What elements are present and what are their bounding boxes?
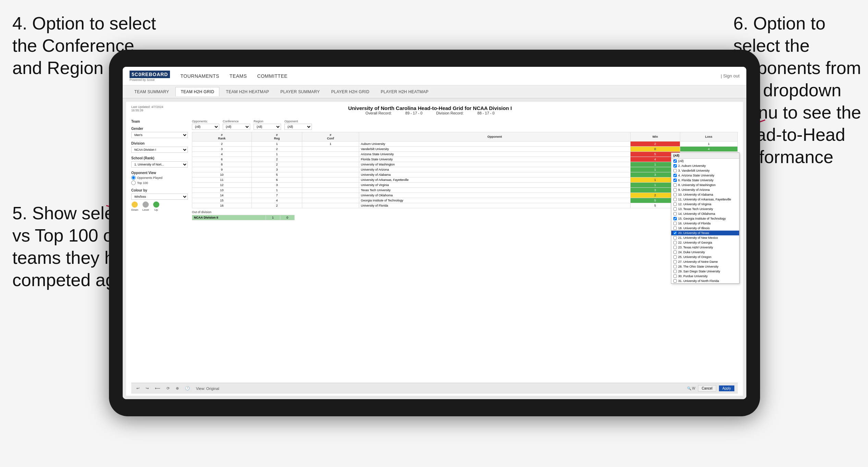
back-btn[interactable]: ⟵ bbox=[153, 385, 162, 391]
colour-by-section: Colour by Win/loss Down bbox=[131, 188, 188, 211]
table-row: 9 3 University of Arizona 1 0 bbox=[192, 167, 738, 172]
division-record: 88 - 17 - 0 bbox=[477, 111, 494, 115]
cell-conf bbox=[302, 193, 359, 198]
nav-signout[interactable]: | Sign out bbox=[721, 73, 739, 78]
radio-top100[interactable]: Top 100 bbox=[131, 181, 188, 185]
cell-rank: 3 bbox=[192, 147, 252, 152]
conference-filter-select[interactable]: (All) bbox=[223, 124, 250, 130]
sub-nav: TEAM SUMMARY TEAM H2H GRID TEAM H2H HEAT… bbox=[123, 85, 746, 98]
table-row: 13 1 Texas Tech University 3 0 bbox=[192, 188, 738, 193]
cell-win: 0 bbox=[631, 147, 680, 152]
dropdown-item[interactable]: 29. San Diego State University bbox=[671, 269, 739, 274]
dropdown-item[interactable]: 16. University of Florida bbox=[671, 221, 739, 226]
dropdown-item[interactable]: 8. University of Washington bbox=[671, 183, 739, 187]
table-row: 10 5 University of Alabama 3 0 bbox=[192, 172, 738, 177]
gender-select[interactable]: Men's bbox=[131, 132, 188, 138]
dropdown-item[interactable]: 20. University of Texas bbox=[671, 231, 739, 235]
overall-record: 89 - 17 - 0 bbox=[405, 111, 423, 115]
opponents-filter-select[interactable]: (All) bbox=[192, 124, 219, 130]
school-label: School (Rank) bbox=[131, 156, 188, 160]
cell-name: Arizona State University bbox=[359, 152, 630, 157]
dropdown-item[interactable]: 13. Texas Tech University bbox=[671, 207, 739, 211]
view-original[interactable]: View: Original bbox=[194, 386, 221, 391]
colour-by-select[interactable]: Win/loss bbox=[131, 194, 188, 200]
cancel-button[interactable]: Cancel bbox=[698, 385, 716, 392]
dot-level-circle bbox=[143, 201, 149, 208]
cell-reg: 2 bbox=[252, 162, 302, 167]
school-select[interactable]: 1. University of Nort... bbox=[131, 161, 188, 168]
tab-player-h2h-heatmap[interactable]: PLAYER H2H HEATMAP bbox=[376, 87, 433, 96]
cell-reg: 2 bbox=[252, 203, 302, 208]
tab-team-summary[interactable]: TEAM SUMMARY bbox=[130, 87, 174, 96]
dropdown-item[interactable]: 23. Texas A&M University bbox=[671, 245, 739, 250]
nav-teams[interactable]: TEAMS bbox=[230, 72, 247, 81]
dropdown-item[interactable]: 22. University of Georgia bbox=[671, 240, 739, 245]
dropdown-item[interactable]: 27. University of Notre Dame bbox=[671, 259, 739, 264]
dropdown-item[interactable]: 31. University of North Florida bbox=[671, 279, 739, 283]
dropdown-item[interactable]: 12. University of Virginia bbox=[671, 202, 739, 207]
dropdown-item[interactable]: 25. University of Oregon bbox=[671, 255, 739, 259]
division-select[interactable]: NCAA Division I bbox=[131, 147, 188, 153]
dropdown-item[interactable]: 2. Auburn University bbox=[671, 163, 739, 168]
cell-loss: 1 bbox=[680, 142, 738, 147]
cell-name: Florida State University bbox=[359, 157, 630, 162]
nav-links: TOURNAMENTS TEAMS COMMITTEE bbox=[180, 72, 721, 81]
dot-level-label: Level bbox=[142, 208, 149, 211]
radio-opponents-played[interactable]: Opponents Played bbox=[131, 175, 188, 180]
cell-reg: 1 bbox=[252, 142, 302, 147]
apply-button[interactable]: Apply bbox=[719, 385, 734, 391]
dropdown-item[interactable]: 10. University of Alabama bbox=[671, 192, 739, 197]
tab-player-h2h-grid[interactable]: PLAYER H2H GRID bbox=[326, 87, 374, 96]
cell-rank: 13 bbox=[192, 188, 252, 193]
out-div-table: NCAA Division II 1 0 bbox=[192, 215, 295, 220]
tab-player-summary[interactable]: PLAYER SUMMARY bbox=[276, 87, 325, 96]
refresh-btn[interactable]: ⟳ bbox=[165, 385, 171, 391]
dropdown-item[interactable]: 3. Vanderbilt University bbox=[671, 168, 739, 173]
cell-conf bbox=[302, 172, 359, 177]
cell-conf bbox=[302, 162, 359, 167]
dropdown-item[interactable]: 14. University of Oklahoma bbox=[671, 211, 739, 216]
nav-committee[interactable]: COMMITTEE bbox=[257, 72, 288, 81]
cell-name: Georgia Institute of Technology bbox=[359, 198, 630, 203]
tab-team-h2h-grid[interactable]: TEAM H2H GRID bbox=[175, 87, 219, 96]
right-content: Opponents: (All) Conference (All) bbox=[192, 120, 738, 383]
report-title: University of North Carolina Head-to-Hea… bbox=[163, 105, 697, 111]
region-filter-select[interactable]: (All) bbox=[254, 124, 281, 130]
undo-btn[interactable]: ↩ bbox=[135, 385, 141, 391]
dropdown-item[interactable]: 6. Florida State University bbox=[671, 178, 739, 183]
dropdown-item[interactable]: 15. Georgia Institute of Technology bbox=[671, 216, 739, 221]
cell-rank: 15 bbox=[192, 198, 252, 203]
dropdown-item[interactable]: 30. Purdue University bbox=[671, 274, 739, 279]
redo-btn[interactable]: ↪ bbox=[144, 385, 150, 391]
cell-reg: 2 bbox=[252, 147, 302, 152]
school-section: School (Rank) 1. University of Nort... bbox=[131, 156, 188, 168]
filter-region: Region (All) bbox=[254, 120, 281, 130]
dropdown-item[interactable]: 4. Arizona State University bbox=[671, 173, 739, 178]
dropdown-item[interactable]: 9. University of Arizona bbox=[671, 187, 739, 192]
dropdown-item[interactable]: (All) bbox=[671, 159, 739, 163]
zoom-btn[interactable]: ⊕ bbox=[174, 385, 181, 391]
dropdown-item[interactable]: 18. University of Illinois bbox=[671, 226, 739, 231]
cell-conf bbox=[302, 177, 359, 183]
gender-section: Gender Men's bbox=[131, 127, 188, 138]
tablet-screen: 5C0REBOARD Powered by Scout TOURNAMENTS … bbox=[123, 67, 746, 399]
table-row: 4 1 Arizona State University 5 1 bbox=[192, 152, 738, 157]
dropdown-item[interactable]: 28. The Ohio State University bbox=[671, 264, 739, 269]
cell-loss: 4 bbox=[680, 147, 738, 152]
dropdown-item[interactable]: 11. University of Arkansas, Fayetteville bbox=[671, 197, 739, 202]
dropdown-item[interactable]: 21. University of New Mexico bbox=[671, 235, 739, 240]
colour-by-label: Colour by bbox=[131, 188, 188, 192]
cell-conf bbox=[302, 167, 359, 172]
clock-btn[interactable]: 🕐 bbox=[183, 385, 192, 391]
tab-team-h2h-heatmap[interactable]: TEAM H2H HEATMAP bbox=[221, 87, 274, 96]
opponents-dropdown[interactable]: (All) (All)2. Auburn University3. Vander… bbox=[671, 152, 739, 284]
opponent-filter-select[interactable]: (All) bbox=[284, 124, 312, 130]
cell-name: University of Arizona bbox=[359, 167, 630, 172]
col-rank: #Rank bbox=[192, 132, 252, 142]
col-conf: #Conf bbox=[302, 132, 359, 142]
view-label: 🔍 W bbox=[687, 386, 695, 390]
table-area: Opponents: (All) Conference (All) bbox=[192, 120, 738, 383]
dropdown-item[interactable]: 24. Duke University bbox=[671, 250, 739, 255]
nav-tournaments[interactable]: TOURNAMENTS bbox=[180, 72, 219, 81]
top-nav: 5C0REBOARD Powered by Scout TOURNAMENTS … bbox=[123, 67, 746, 85]
